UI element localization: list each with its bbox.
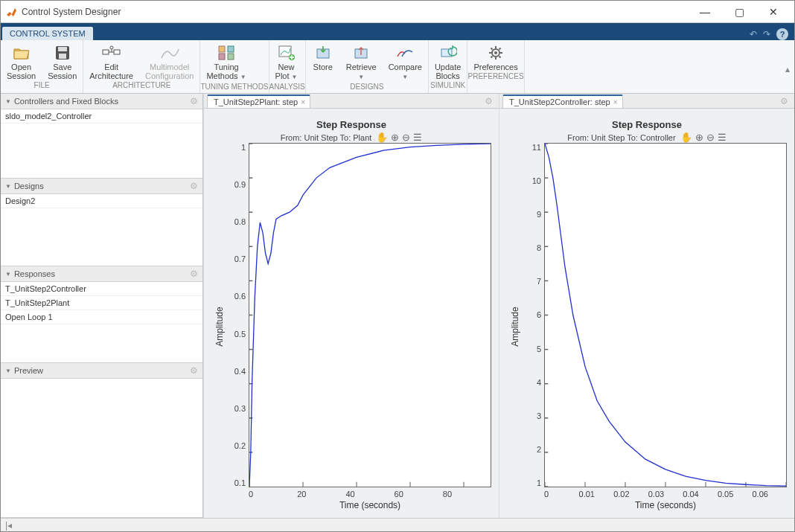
- ribbon-tab-control-system[interactable]: CONTROL SYSTEM: [2, 27, 93, 40]
- help-icon[interactable]: ?: [776, 28, 788, 40]
- axes-plant[interactable]: [249, 143, 491, 487]
- legend-icon[interactable]: ☰: [413, 132, 422, 143]
- svg-rect-2: [59, 54, 66, 59]
- chevron-down-icon: ▼: [240, 74, 246, 80]
- undo-icon[interactable]: ↶: [750, 29, 757, 39]
- plot-pane-plant: T_UnitStep2Plant: step × ⚙ Step Response…: [203, 94, 499, 518]
- zoom-out-icon[interactable]: ⊖: [402, 132, 410, 143]
- zoom-in-icon[interactable]: ⊕: [695, 132, 703, 143]
- svg-rect-8: [219, 54, 225, 60]
- plot-tab-plant[interactable]: T_UnitStep2Plant: step ×: [207, 94, 310, 108]
- collapse-triangle-icon: ▼: [5, 98, 11, 105]
- multimodel-icon: [160, 43, 179, 63]
- store-icon: [315, 43, 331, 63]
- gear-icon[interactable]: ⚙: [190, 181, 198, 191]
- plot-subtitle: From: Unit Step To: Controller: [567, 133, 675, 142]
- window-title: Control System Designer: [22, 7, 684, 17]
- close-button[interactable]: ✕: [757, 1, 790, 23]
- axes-controller[interactable]: [544, 143, 787, 487]
- rewind-icon[interactable]: |◂: [5, 520, 12, 531]
- multimodel-config-button: MultimodelConfiguration: [139, 40, 199, 80]
- new-plot-icon: [278, 43, 296, 63]
- svg-point-5: [110, 46, 113, 49]
- compare-button[interactable]: Compare▼: [383, 40, 428, 82]
- matlab-logo-icon: [5, 6, 17, 18]
- gear-icon[interactable]: ⚙: [190, 365, 198, 376]
- designs-list: Design2: [1, 194, 202, 266]
- preview-section-header[interactable]: ▼ Preview ⚙: [1, 363, 202, 379]
- zoom-in-icon[interactable]: ⊕: [391, 132, 399, 143]
- pan-icon[interactable]: ✋: [376, 132, 388, 143]
- close-tab-icon[interactable]: ×: [301, 98, 305, 106]
- preferences-button[interactable]: Preferences: [467, 40, 523, 71]
- plot-tab-controller[interactable]: T_UnitStep2Controller: step ×: [502, 94, 623, 108]
- maximize-button[interactable]: ▢: [723, 1, 756, 23]
- list-item[interactable]: T_UnitStep2Plant: [1, 296, 202, 310]
- tuning-methods-button[interactable]: TuningMethods ▼: [200, 40, 252, 82]
- close-tab-icon[interactable]: ×: [613, 98, 618, 106]
- open-session-button[interactable]: OpenSession: [1, 40, 42, 80]
- x-ticks: 00.010.020.030.040.050.06: [544, 487, 787, 499]
- plot-pane-controller: T_UnitStep2Controller: step × ⚙ Step Res…: [499, 94, 794, 518]
- gear-icon[interactable]: ⚙: [190, 96, 198, 106]
- status-bar: |◂: [1, 518, 794, 531]
- data-browser-panel: ▼ Controllers and Fixed Blocks ⚙ sldo_mo…: [1, 94, 203, 518]
- update-blocks-icon: [439, 43, 457, 63]
- save-icon: [54, 43, 71, 63]
- controllers-section-header[interactable]: ▼ Controllers and Fixed Blocks ⚙: [1, 94, 202, 109]
- chevron-down-icon: ▼: [358, 74, 364, 80]
- update-blocks-button[interactable]: UpdateBlocks: [429, 40, 467, 80]
- save-session-button[interactable]: SaveSession: [42, 40, 83, 80]
- toolstrip: OpenSession SaveSession FILE EditArchite…: [1, 40, 794, 94]
- plot-subtitle: From: Unit Step To: Plant: [281, 133, 372, 142]
- minimize-button[interactable]: —: [689, 1, 721, 23]
- collapse-toolstrip-icon[interactable]: ▴: [785, 64, 790, 74]
- collapse-triangle-icon: ▼: [5, 368, 11, 374]
- svg-point-16: [494, 51, 497, 54]
- list-item[interactable]: T_UnitStep2Controller: [1, 282, 202, 296]
- svg-rect-6: [219, 46, 225, 52]
- plot-title: Step Response: [316, 119, 386, 130]
- legend-icon[interactable]: ☰: [718, 132, 727, 143]
- svg-rect-9: [228, 54, 234, 60]
- preview-body: [1, 379, 202, 517]
- store-button[interactable]: Store: [306, 40, 340, 82]
- x-axis-label: Time (seconds): [249, 500, 491, 510]
- responses-list: T_UnitStep2ControllerT_UnitStep2PlantOpe…: [1, 282, 202, 362]
- x-axis-label: Time (seconds): [544, 500, 787, 510]
- ribbon-tab-strip: CONTROL SYSTEM ↶ ↷ ?: [1, 23, 794, 40]
- svg-rect-3: [103, 50, 109, 54]
- y-ticks: 10.90.80.70.60.50.40.30.20.1: [228, 143, 249, 487]
- list-item[interactable]: Design2: [1, 194, 202, 208]
- svg-rect-1: [58, 47, 67, 51]
- architecture-icon: [102, 43, 121, 63]
- designs-section-header[interactable]: ▼ Designs ⚙: [1, 179, 202, 194]
- retrieve-icon: [353, 43, 369, 63]
- y-axis-label: Amplitude: [214, 307, 225, 346]
- title-bar: Control System Designer — ▢ ✕: [1, 1, 794, 23]
- x-ticks: 020406080: [249, 487, 491, 499]
- chevron-down-icon: ▼: [402, 74, 408, 80]
- y-ticks: 1110987654321: [523, 143, 544, 487]
- list-item[interactable]: sldo_model2_Controller: [1, 109, 202, 124]
- collapse-triangle-icon: ▼: [5, 183, 11, 190]
- zoom-out-icon[interactable]: ⊖: [706, 132, 715, 143]
- chevron-down-icon: ▼: [292, 74, 298, 80]
- retrieve-button[interactable]: Retrieve▼: [340, 40, 383, 82]
- gear-icon[interactable]: ⚙: [485, 96, 493, 106]
- compare-icon: [396, 43, 414, 63]
- svg-rect-7: [228, 46, 234, 52]
- list-item[interactable]: Open Loop 1: [1, 310, 202, 324]
- responses-section-header[interactable]: ▼ Responses ⚙: [1, 266, 202, 282]
- gear-icon[interactable]: ⚙: [780, 96, 788, 106]
- redo-icon[interactable]: ↷: [763, 29, 770, 39]
- folder-open-icon: [13, 43, 31, 63]
- plot-title: Step Response: [612, 119, 682, 130]
- edit-architecture-button[interactable]: EditArchitecture: [83, 40, 139, 80]
- pan-icon[interactable]: ✋: [680, 132, 692, 143]
- gear-icon[interactable]: ⚙: [190, 269, 198, 279]
- new-plot-button[interactable]: NewPlot ▼: [269, 40, 304, 82]
- y-axis-label: Amplitude: [510, 307, 520, 346]
- collapse-triangle-icon: ▼: [5, 271, 11, 278]
- gear-icon: [488, 43, 504, 63]
